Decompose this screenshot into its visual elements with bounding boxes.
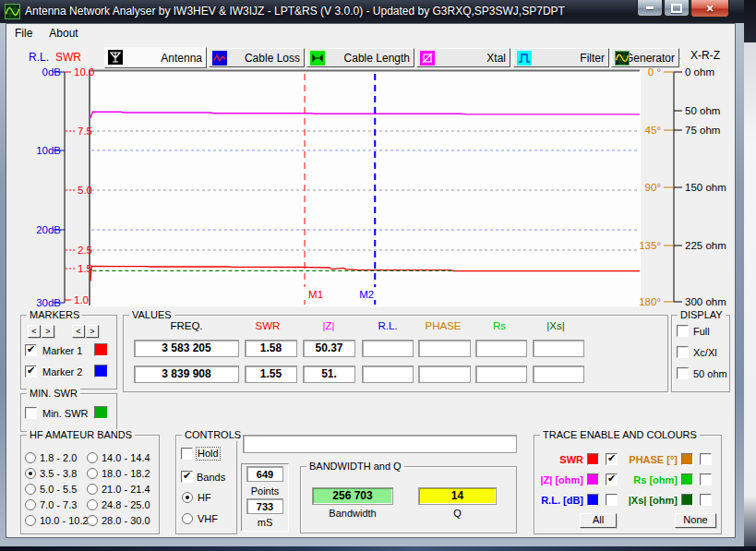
trace-phase-checkbox[interactable] [700, 453, 712, 465]
command-input[interactable] [243, 435, 517, 453]
svg-text:M1: M1 [308, 289, 323, 300]
band-28.0-radio[interactable] [87, 515, 98, 526]
display-50ohm-checkbox[interactable] [677, 367, 689, 379]
db-ticks [54, 72, 65, 303]
band-24.8-label: 24.8 - 25.0 [102, 499, 150, 511]
svg-text:45°: 45° [645, 125, 661, 136]
col-header-freq: FREQ. [159, 320, 214, 331]
display-xcxl-label: Xc/Xl [693, 347, 717, 359]
markers-group-title: MARKERS [27, 309, 82, 321]
svg-text:150 ohm: 150 ohm [685, 182, 726, 193]
freq-value-m2[interactable]: 3 839 908 [134, 365, 239, 383]
marker2-color-swatch[interactable] [94, 365, 108, 377]
vhf-radio[interactable] [182, 513, 193, 524]
svg-text:90°: 90° [645, 182, 661, 193]
band-7.0-radio[interactable] [25, 499, 36, 510]
trace-z-swatch[interactable] [587, 473, 599, 485]
rl-value-m1[interactable] [362, 340, 414, 357]
menu-about[interactable]: About [41, 25, 86, 42]
band-3.5-radio[interactable] [25, 468, 36, 479]
band-21.0-radio[interactable] [87, 484, 98, 495]
band-1.8-radio[interactable] [25, 452, 36, 463]
z-value-m2[interactable]: 51. [303, 365, 355, 383]
min-swr-checkbox[interactable] [25, 407, 37, 419]
trace-xs-swatch[interactable] [681, 494, 693, 506]
desktop-bottom [0, 546, 756, 551]
band-3.5-label: 3.5 - 3.8 [40, 468, 77, 480]
z-value-m1[interactable]: 50.37 [303, 340, 355, 357]
trace-xs-checkbox[interactable] [700, 494, 712, 506]
marker1-label: Marker 1 [42, 345, 82, 357]
sweep-time-value: 733 [246, 498, 283, 514]
trace-phase-swatch[interactable] [681, 453, 693, 465]
rs-value-m1[interactable] [475, 340, 527, 357]
trace-rl-label: R.L. [dB] [534, 495, 583, 507]
maximize-icon [671, 4, 682, 13]
col-header-rl: R.L. [369, 320, 406, 331]
xs-value-m2[interactable] [533, 365, 584, 383]
close-button[interactable]: ✕ [690, 0, 729, 18]
controls-group-title: CONTROLS [182, 429, 244, 441]
xs-value-m1[interactable] [533, 340, 584, 357]
ohm-axis-labels: 0 ohm 50 ohm 75 ohm 150 ohm 225 ohm 300 … [685, 66, 726, 307]
svg-text:1.5: 1.5 [78, 263, 92, 274]
trace-rs-checkbox[interactable] [700, 473, 712, 485]
band-10.0-radio[interactable] [25, 515, 36, 526]
minimize-button[interactable] [637, 0, 663, 17]
phase-value-m1[interactable] [418, 340, 471, 357]
freq-value-m1[interactable]: 3 583 205 [134, 340, 239, 357]
marker1-checkbox[interactable] [25, 344, 37, 356]
trace-rs-swatch[interactable] [681, 473, 693, 485]
col-header-z: |Z| [310, 320, 347, 331]
trace-z-label: |Z| [ohm] [534, 474, 583, 486]
app-icon [5, 4, 20, 19]
swr-value-m1[interactable]: 1.58 [245, 340, 297, 357]
band-14.0-label: 14.0 - 14.4 [102, 452, 150, 464]
trace-all-button[interactable]: All [580, 513, 617, 528]
maximize-button[interactable] [664, 0, 690, 17]
svg-text:225 ohm: 225 ohm [685, 240, 726, 251]
band-5.0-radio[interactable] [25, 484, 36, 495]
q-label: Q [418, 508, 497, 520]
hf-radio[interactable] [182, 492, 193, 503]
band-14.0-radio[interactable] [87, 452, 98, 463]
menu-file[interactable]: File [6, 25, 41, 42]
band-24.8-radio[interactable] [87, 499, 98, 510]
bands-checkbox[interactable] [181, 471, 193, 483]
svg-text:30dB: 30dB [36, 297, 61, 308]
marker2-next-button[interactable]: > [86, 325, 99, 338]
marker1-color-swatch[interactable] [94, 343, 108, 356]
hold-checkbox[interactable] [181, 448, 193, 460]
band-21.0-label: 21.0 - 21.4 [102, 484, 150, 496]
trace-xs-label: |Xs| [ohm] [613, 495, 678, 507]
display-full-label: Full [693, 326, 710, 338]
marker2-checkbox[interactable] [25, 365, 37, 377]
min-swr-color-swatch[interactable] [94, 406, 108, 419]
minimize-icon [646, 6, 654, 9]
trace-swr-swatch[interactable] [587, 453, 599, 465]
svg-text:0dB: 0dB [42, 66, 62, 78]
marker2-prev-button[interactable]: < [72, 325, 85, 338]
screen: Antenna Network Analyser by IW3HEV & IW3… [0, 0, 756, 551]
display-full-checkbox[interactable] [677, 325, 689, 337]
svg-text:M2: M2 [359, 289, 374, 300]
marker1-prev-button[interactable]: < [28, 325, 41, 338]
svg-text:50 ohm: 50 ohm [685, 105, 720, 116]
rs-value-m2[interactable] [475, 365, 527, 383]
phase-value-m2[interactable] [418, 365, 471, 383]
band-18.0-radio[interactable] [87, 468, 98, 479]
col-header-swr: SWR [249, 320, 286, 331]
vhf-label: VHF [198, 513, 218, 525]
q-value: 14 [418, 487, 497, 505]
display-xcxl-checkbox[interactable] [677, 346, 689, 358]
band-10.0-label: 10.0 - 10.2 [40, 515, 89, 527]
trace-phase-label: PHASE [°] [613, 454, 678, 466]
trace-rl-swatch[interactable] [587, 494, 599, 506]
phase-axis-labels: 0 ° 45° 90° 135° 180° [639, 66, 661, 307]
hf-label: HF [198, 492, 211, 504]
marker1-next-button[interactable]: > [42, 325, 54, 338]
ohm-ticks [674, 72, 682, 302]
trace-none-button[interactable]: None [675, 513, 716, 528]
swr-value-m2[interactable]: 1.55 [245, 365, 297, 383]
rl-value-m2[interactable] [362, 365, 414, 383]
